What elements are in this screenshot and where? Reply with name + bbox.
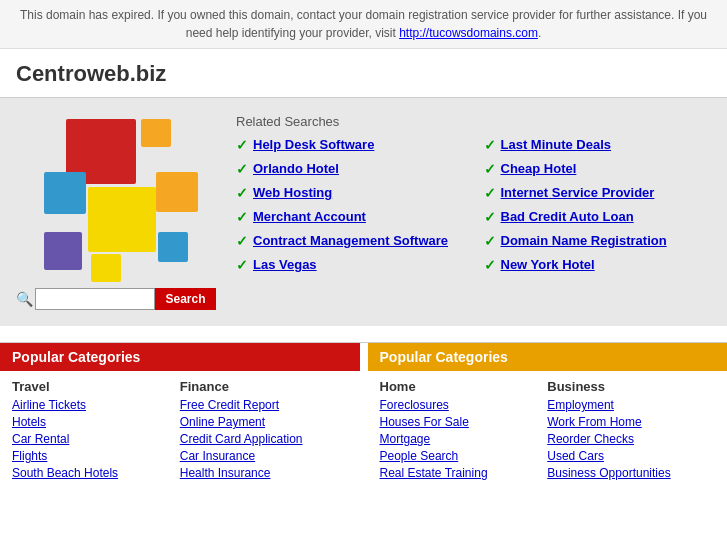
- logo-area: 🔍 Search: [16, 114, 216, 310]
- cat-link[interactable]: Mortgage: [380, 432, 540, 446]
- logo-block-teal: [158, 232, 188, 262]
- tucows-link[interactable]: http://tucowsdomains.com: [399, 26, 538, 40]
- cat-link[interactable]: Flights: [12, 449, 172, 463]
- search-col-right: ✓Last Minute Deals✓Cheap Hotel✓Internet …: [484, 137, 712, 281]
- cat-body-left: TravelAirline TicketsHotelsCar RentalFli…: [0, 371, 360, 491]
- cat-link[interactable]: Reorder Checks: [547, 432, 707, 446]
- check-icon: ✓: [484, 137, 496, 153]
- search-link[interactable]: Last Minute Deals: [501, 137, 612, 152]
- cat-link[interactable]: Used Cars: [547, 449, 707, 463]
- search-link[interactable]: Web Hosting: [253, 185, 332, 200]
- search-link[interactable]: Cheap Hotel: [501, 161, 577, 176]
- cat-body-right: HomeForeclosuresHouses For SaleMortgageP…: [368, 371, 728, 491]
- cat-header-right: Popular Categories: [368, 343, 728, 371]
- search-link[interactable]: Bad Credit Auto Loan: [501, 209, 634, 224]
- related-searches-heading: Related Searches: [236, 114, 711, 129]
- search-input[interactable]: [35, 288, 155, 310]
- cat-link[interactable]: Real Estate Training: [380, 466, 540, 480]
- categories-section: Popular Categories TravelAirline Tickets…: [0, 342, 727, 491]
- top-bar: This domain has expired. If you owned th…: [0, 0, 727, 49]
- cat-link[interactable]: Hotels: [12, 415, 172, 429]
- cat-link[interactable]: Airline Tickets: [12, 398, 172, 412]
- cat-link[interactable]: Foreclosures: [380, 398, 540, 412]
- related-searches: Related Searches ✓Help Desk Software✓Orl…: [216, 114, 711, 281]
- cat-link[interactable]: Car Rental: [12, 432, 172, 446]
- search-item: ✓Merchant Account: [236, 209, 464, 225]
- cat-link[interactable]: Credit Card Application: [180, 432, 340, 446]
- cat-box-left: Popular Categories TravelAirline Tickets…: [0, 343, 360, 491]
- check-icon: ✓: [236, 209, 248, 225]
- logo-block-blue-left: [44, 172, 86, 214]
- check-icon: ✓: [484, 185, 496, 201]
- search-link[interactable]: Las Vegas: [253, 257, 317, 272]
- search-link[interactable]: Help Desk Software: [253, 137, 374, 152]
- cat-col-title: Finance: [180, 379, 340, 394]
- search-col-left: ✓Help Desk Software✓Orlando Hotel✓Web Ho…: [236, 137, 464, 281]
- cat-col-title: Business: [547, 379, 707, 394]
- cat-link[interactable]: Work From Home: [547, 415, 707, 429]
- logo-block-yellow-sm: [91, 254, 121, 282]
- search-link[interactable]: Orlando Hotel: [253, 161, 339, 176]
- search-item: ✓Las Vegas: [236, 257, 464, 273]
- check-icon: ✓: [236, 161, 248, 177]
- cat-link[interactable]: Health Insurance: [180, 466, 340, 480]
- check-icon: ✓: [484, 209, 496, 225]
- cat-col-title: Home: [380, 379, 540, 394]
- search-item: ✓Cheap Hotel: [484, 161, 712, 177]
- search-item: ✓Internet Service Provider: [484, 185, 712, 201]
- search-link[interactable]: Merchant Account: [253, 209, 366, 224]
- search-item: ✓Orlando Hotel: [236, 161, 464, 177]
- search-link[interactable]: Domain Name Registration: [501, 233, 667, 248]
- cat-header-left: Popular Categories: [0, 343, 360, 371]
- check-icon: ✓: [484, 257, 496, 273]
- cat-link[interactable]: Houses For Sale: [380, 415, 540, 429]
- cat-col: HomeForeclosuresHouses For SaleMortgageP…: [380, 379, 548, 483]
- check-icon: ✓: [484, 233, 496, 249]
- search-item: ✓Help Desk Software: [236, 137, 464, 153]
- check-icon: ✓: [236, 137, 248, 153]
- search-bar: 🔍 Search: [16, 288, 215, 310]
- logo-graphic: [36, 114, 196, 274]
- cat-link[interactable]: Business Opportunities: [547, 466, 707, 480]
- cat-box-right: Popular Categories HomeForeclosuresHouse…: [368, 343, 728, 491]
- search-icon: 🔍: [16, 291, 33, 307]
- search-item: ✓Bad Credit Auto Loan: [484, 209, 712, 225]
- cat-link[interactable]: People Search: [380, 449, 540, 463]
- search-button[interactable]: Search: [155, 288, 215, 310]
- search-link[interactable]: Contract Management Software: [253, 233, 448, 248]
- logo-block-purple: [44, 232, 82, 270]
- cat-col: TravelAirline TicketsHotelsCar RentalFli…: [12, 379, 180, 483]
- search-item: ✓Last Minute Deals: [484, 137, 712, 153]
- cat-col-title: Travel: [12, 379, 172, 394]
- check-icon: ✓: [236, 185, 248, 201]
- search-item: ✓New York Hotel: [484, 257, 712, 273]
- search-item: ✓Contract Management Software: [236, 233, 464, 249]
- cat-link[interactable]: Free Credit Report: [180, 398, 340, 412]
- cat-col: BusinessEmploymentWork From HomeReorder …: [547, 379, 715, 483]
- cat-link[interactable]: Employment: [547, 398, 707, 412]
- logo-block-orange-top: [141, 119, 171, 147]
- logo-block-yellow: [88, 187, 156, 252]
- cat-col: FinanceFree Credit ReportOnline PaymentC…: [180, 379, 348, 483]
- search-item: ✓Domain Name Registration: [484, 233, 712, 249]
- logo-block-orange-right: [156, 172, 198, 212]
- top-bar-message: This domain has expired. If you owned th…: [20, 8, 707, 40]
- search-item: ✓Web Hosting: [236, 185, 464, 201]
- main-content: 🔍 Search Related Searches ✓Help Desk Sof…: [0, 98, 727, 326]
- cat-link[interactable]: Car Insurance: [180, 449, 340, 463]
- site-title: Centroweb.biz: [0, 49, 727, 98]
- cat-link[interactable]: South Beach Hotels: [12, 466, 172, 480]
- check-icon: ✓: [484, 161, 496, 177]
- check-icon: ✓: [236, 257, 248, 273]
- search-columns: ✓Help Desk Software✓Orlando Hotel✓Web Ho…: [236, 137, 711, 281]
- cat-link[interactable]: Online Payment: [180, 415, 340, 429]
- search-link[interactable]: Internet Service Provider: [501, 185, 655, 200]
- search-link[interactable]: New York Hotel: [501, 257, 595, 272]
- check-icon: ✓: [236, 233, 248, 249]
